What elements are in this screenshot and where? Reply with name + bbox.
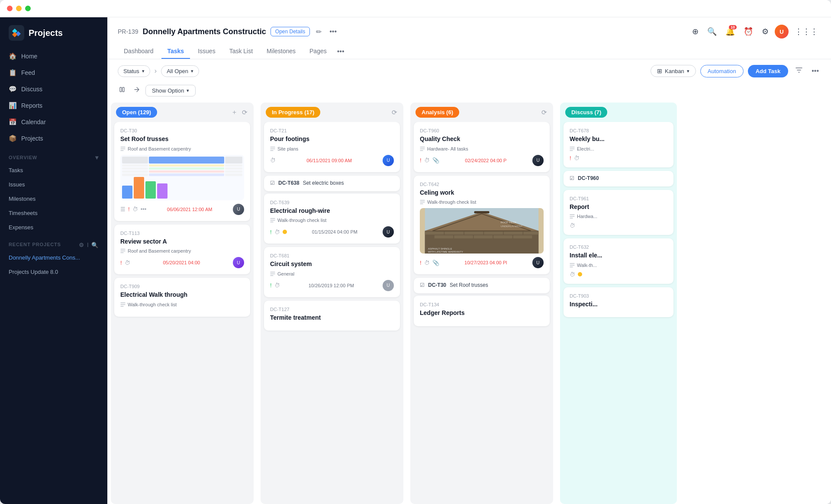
task-card[interactable]: DC-T30 Set Roof trusses Roof and Basemen…: [114, 122, 250, 221]
timer-icon: ⏱: [570, 271, 575, 278]
priority-icon: !: [128, 206, 130, 212]
toolbar-more-button[interactable]: •••: [810, 65, 821, 77]
sidebar-item-calendar[interactable]: 📅 Calendar: [3, 114, 104, 130]
task-card[interactable]: DC-T639 Electrical rough-wire Walk-throu…: [264, 193, 400, 244]
recent-items-list: Donnelly Apartments Cons... Projects Upd…: [0, 251, 107, 279]
group-title: Set Roof trusses: [450, 282, 488, 288]
task-card[interactable]: DC-T961 Report Hardwa... ⏱: [564, 190, 673, 235]
column-discuss-label: Discuss (7): [565, 107, 607, 118]
tab-tasks[interactable]: Tasks: [161, 44, 190, 59]
filter-icon-button[interactable]: [792, 64, 805, 77]
minimize-button[interactable]: [16, 6, 22, 11]
task-card[interactable]: DC-T113 Review sector A Roof and Basemen…: [114, 225, 250, 275]
status-filter-button[interactable]: Status ▾: [118, 65, 150, 77]
main-header: PR-139 Donnelly Apartments Constructic O…: [107, 17, 831, 59]
priority-icon: !: [420, 260, 422, 266]
tab-milestones[interactable]: Milestones: [261, 44, 302, 59]
clock-icon[interactable]: ⏰: [741, 24, 756, 39]
task-card-group[interactable]: ☑ DC-T960: [564, 171, 673, 186]
card-id: DC-T127: [270, 307, 394, 312]
column-open-label: Open (129): [116, 107, 157, 118]
sidebar-sub-milestones[interactable]: Milestones: [3, 192, 104, 205]
card-date: 10/27/2023 04:00 Pl: [464, 260, 507, 265]
card-icons: ! ⏱: [120, 260, 130, 266]
card-subtitle: Walk-th...: [570, 263, 667, 268]
tab-more-icon[interactable]: •••: [335, 44, 347, 59]
sidebar-item-projects[interactable]: 📦 Projects: [3, 131, 104, 146]
sidebar-item-reports[interactable]: 📊 Reports: [3, 98, 104, 113]
sidebar-sub-issues[interactable]: Issues: [3, 178, 104, 191]
priority-icon: !: [120, 260, 122, 266]
close-button[interactable]: [7, 6, 13, 11]
card-date: 01/15/2024 04:00 PM: [312, 229, 358, 234]
sidebar-item-home[interactable]: 🏠 Home: [3, 48, 104, 64]
svg-rect-15: [493, 235, 512, 238]
add-icon[interactable]: ⊕: [689, 24, 701, 39]
recent-item-projects-update[interactable]: Projects Update 8.0: [3, 265, 104, 279]
card-avatar: U: [532, 155, 544, 166]
notification-icon[interactable]: 🔔 10: [723, 24, 738, 39]
column-collapse-icon[interactable]: [118, 84, 128, 96]
tab-pages[interactable]: Pages: [303, 44, 333, 59]
card-avatar: U: [383, 155, 394, 166]
kanban-view-button[interactable]: ⊞ Kanban ▾: [651, 65, 696, 77]
task-card[interactable]: DC-T678 Weekly bu... Electri... ! ⏱: [564, 122, 673, 167]
task-card[interactable]: DC-T909 Electrical Walk through Walk-thr…: [114, 278, 250, 317]
sidebar-sub-tasks[interactable]: Tasks: [3, 164, 104, 177]
show-option-button[interactable]: Show Option ▾: [145, 85, 196, 96]
open-details-button[interactable]: Open Details: [271, 27, 310, 36]
pencil-icon[interactable]: ✏: [314, 26, 323, 38]
sidebar-sub-expenses[interactable]: Expenses: [3, 221, 104, 234]
task-card[interactable]: DC-T960 Quality Check Hardware- All task…: [414, 122, 550, 172]
checkbox-icon: ☑: [270, 180, 275, 186]
svg-rect-7: [444, 231, 464, 234]
overview-label: Overview: [9, 155, 37, 160]
grid-icon[interactable]: ⋮⋮⋮: [792, 24, 821, 39]
task-card[interactable]: DC-T903 Inspecti...: [564, 287, 673, 318]
column-analysis-actions: ⟳: [541, 108, 548, 117]
column-inprogress-refresh-button[interactable]: ⟳: [391, 108, 398, 117]
task-card[interactable]: DC-T681 Circuit system General ! ⏱: [264, 247, 400, 297]
sidebar-item-discuss-label: Discuss: [21, 86, 42, 93]
task-card-group[interactable]: ☑ DC-T30 Set Roof trusses: [414, 278, 550, 293]
recent-item-donnelly[interactable]: Donnelly Apartments Cons...: [3, 251, 104, 264]
add-task-button[interactable]: Add Task: [748, 65, 789, 77]
settings-icon[interactable]: ⚙: [759, 24, 771, 39]
column-discuss-header: Discuss (7): [560, 103, 677, 122]
sidebar-sub-timesheets[interactable]: Timesheets: [3, 206, 104, 220]
tab-dashboard[interactable]: Dashboard: [118, 44, 160, 59]
titlebar: [0, 0, 831, 17]
column-analysis-refresh-button[interactable]: ⟳: [541, 108, 548, 117]
overview-chevron-icon[interactable]: ▾: [95, 154, 99, 161]
sidebar-item-home-label: Home: [21, 53, 37, 60]
task-card[interactable]: DC-T134 Ledger Reports: [414, 295, 550, 326]
all-open-filter-button[interactable]: All Open ▾: [161, 65, 199, 77]
task-card-group[interactable]: ☑ DC-T638 Set electric boxes: [264, 176, 400, 191]
ellipsis-card-icon[interactable]: •••: [141, 206, 147, 212]
automation-button[interactable]: Automation: [700, 65, 744, 77]
sidebar-item-feed-label: Feed: [21, 69, 35, 76]
task-card[interactable]: DC-T632 Install ele... Walk-th... ⏱: [564, 238, 673, 284]
sidebar-item-discuss[interactable]: 💬 Discuss: [3, 81, 104, 97]
task-card[interactable]: DC-T642 Celing work Walk-through check l…: [414, 176, 550, 275]
card-date: 06/11/2021 09:00 AM: [306, 158, 352, 163]
search-icon[interactable]: 🔍: [705, 24, 719, 39]
card-subtitle: Site plans: [270, 146, 394, 151]
column-open-add-button[interactable]: ＋: [230, 107, 238, 117]
search-recent-icon[interactable]: 🔍: [91, 242, 99, 248]
user-avatar[interactable]: U: [775, 25, 789, 39]
pin-icon: 📎: [432, 260, 439, 266]
checkbox-icon: ☑: [570, 175, 574, 181]
breadcrumb-separator: ›: [155, 67, 157, 75]
filter-recent-icon[interactable]: ⚙: [79, 242, 84, 248]
task-card[interactable]: DC-T21 Pour footings Site plans ⏱ 06/11/: [264, 122, 400, 172]
maximize-button[interactable]: [25, 6, 31, 11]
tab-issues[interactable]: Issues: [192, 44, 221, 59]
sidebar-item-feed[interactable]: 📋 Feed: [3, 65, 104, 80]
task-card[interactable]: DC-T127 Termite treatment: [264, 301, 400, 331]
tab-task-list[interactable]: Task List: [223, 44, 259, 59]
card-avatar: U: [532, 257, 544, 268]
column-open-refresh-button[interactable]: ⟳: [241, 108, 248, 117]
ellipsis-icon[interactable]: •••: [328, 26, 338, 37]
column-expand-icon[interactable]: [132, 84, 142, 96]
